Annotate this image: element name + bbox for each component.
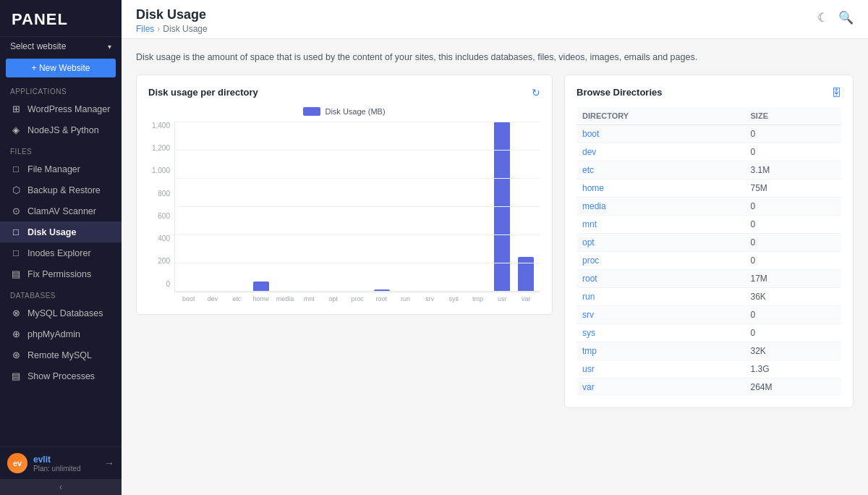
panels-row: Disk usage per directory ↻ Disk Usage (M… <box>136 75 854 408</box>
sidebar-item-backup-restore[interactable]: ⬡ Backup & Restore <box>0 179 122 200</box>
bar-wrap <box>394 122 417 292</box>
wordpress-icon: ⊞ <box>10 103 22 114</box>
dir-link[interactable]: proc <box>582 255 599 266</box>
sidebar-item-label: MySQL Databases <box>27 308 103 318</box>
dir-link[interactable]: boot <box>582 129 599 139</box>
dir-size: 264M <box>745 378 841 396</box>
sidebar-item-disk-usage[interactable]: □ Disk Usage <box>0 221 122 242</box>
header-left: Disk Usage Files › Disk Usage <box>136 7 208 34</box>
breadcrumb: Files › Disk Usage <box>136 24 208 34</box>
sidebar-item-phpmyadmin[interactable]: ⊕ phpMyAdmin <box>0 323 122 344</box>
footer-username: evlit <box>33 454 98 465</box>
chart-refresh-icon[interactable]: ↻ <box>532 87 540 98</box>
mysql-icon: ⊗ <box>10 308 22 318</box>
bar-wrap <box>250 122 273 292</box>
dir-link[interactable]: root <box>582 274 597 284</box>
dir-size: 0 <box>745 124 841 143</box>
table-row: dev0 <box>576 143 841 161</box>
x-axis-label: sys <box>443 295 465 302</box>
sidebar-item-wordpress[interactable]: ⊞ WordPress Manager <box>0 98 122 119</box>
select-website-dropdown[interactable]: Select website ▾ <box>0 36 122 56</box>
sidebar-item-label: ClamAV Scanner <box>27 206 96 216</box>
sidebar-item-remote-mysql[interactable]: ⊛ Remote MySQL <box>0 344 122 365</box>
bar-wrap <box>226 122 249 292</box>
chart-panel-header: Disk usage per directory ↻ <box>148 87 540 98</box>
inodes-icon: □ <box>10 248 22 258</box>
sidebar-item-label: Remote MySQL <box>27 350 92 360</box>
bar <box>302 291 318 292</box>
x-axis-label: root <box>370 295 393 302</box>
sidebar-item-label: Backup & Restore <box>27 185 101 195</box>
sidebar-item-label: Disk Usage <box>27 227 76 237</box>
select-website-label: Select website <box>10 41 66 51</box>
bar <box>446 291 462 292</box>
dir-link[interactable]: sys <box>582 328 595 338</box>
x-axis-label: srv <box>418 295 441 302</box>
sidebar-footer: ev evlit Plan: unlimited → <box>0 447 122 479</box>
dark-mode-icon[interactable]: ☾ <box>817 10 828 25</box>
dir-size: 75M <box>745 179 841 197</box>
sidebar-item-label: NodeJS & Python <box>27 125 99 135</box>
col-size: SIZE <box>745 107 841 125</box>
sidebar-item-show-processes[interactable]: ▤ Show Processes <box>0 365 122 386</box>
sidebar-collapse-button[interactable]: ‹ <box>0 479 122 495</box>
dir-link[interactable]: etc <box>582 165 594 175</box>
search-icon[interactable]: 🔍 <box>838 10 854 25</box>
sidebar-item-clamav[interactable]: ⊙ ClamAV Scanner <box>0 200 122 221</box>
section-label-files: Files <box>0 140 122 158</box>
x-axis-label: mnt <box>298 295 320 302</box>
bar-wrap <box>370 122 393 292</box>
dir-link[interactable]: var <box>582 382 595 392</box>
dir-size: 0 <box>745 143 841 161</box>
bar <box>253 282 269 292</box>
sidebar-item-label: WordPress Manager <box>27 104 110 114</box>
section-label-databases: Databases <box>0 284 122 302</box>
bar <box>494 122 510 292</box>
dir-link[interactable]: home <box>582 183 604 193</box>
bar-wrap <box>323 122 345 292</box>
new-website-button[interactable]: + New Website <box>6 59 116 77</box>
y-axis-label: 1,000 <box>152 166 170 174</box>
logout-icon[interactable]: → <box>104 457 114 469</box>
dir-panel: Browse Directories 🗄 DIRECTORY SIZE boot… <box>564 75 854 408</box>
sidebar-item-file-manager[interactable]: □ File Manager <box>0 158 122 179</box>
bar-wrap <box>467 122 489 292</box>
y-axis-label: 1,400 <box>152 122 170 130</box>
x-axis-label: tmp <box>467 295 489 302</box>
dir-size: 1.3G <box>745 360 841 378</box>
dir-size: 0 <box>745 215 841 233</box>
app-logo: PANEL <box>0 0 122 36</box>
breadcrumb-parent[interactable]: Files <box>136 24 154 34</box>
dir-size: 0 <box>745 323 841 342</box>
dir-link[interactable]: srv <box>582 310 594 320</box>
avatar: ev <box>7 453 27 473</box>
bar-wrap <box>515 122 537 292</box>
sidebar-item-fix-permissions[interactable]: ▤ Fix Permissions <box>0 263 122 284</box>
sidebar-item-inodes[interactable]: □ Inodes Explorer <box>0 242 122 263</box>
bar <box>229 291 245 292</box>
table-row: usr1.3G <box>576 360 841 378</box>
clamav-icon: ⊙ <box>10 206 22 216</box>
dir-link[interactable]: run <box>582 292 595 302</box>
sidebar-item-mysql[interactable]: ⊗ MySQL Databases <box>0 302 122 323</box>
y-axis-label: 0 <box>166 280 170 288</box>
file-manager-icon: □ <box>10 164 22 174</box>
sidebar-item-nodejs[interactable]: ◈ NodeJS & Python <box>0 119 122 140</box>
fix-perms-icon: ▤ <box>10 268 22 279</box>
dir-table: DIRECTORY SIZE boot0dev0etc3.1Mhome75Mme… <box>576 107 841 396</box>
dir-link[interactable]: media <box>582 201 606 211</box>
dir-link[interactable]: opt <box>582 237 595 248</box>
x-labels: bootdevetchomemediamntoptprocrootrunsrvs… <box>174 292 540 302</box>
content-area: Disk usage is the amount of space that i… <box>122 39 868 495</box>
x-axis-label: home <box>250 295 272 302</box>
nodejs-icon: ◈ <box>10 124 22 135</box>
x-axis-label: dev <box>201 295 224 302</box>
dir-link[interactable]: tmp <box>582 346 597 356</box>
remote-mysql-icon: ⊛ <box>10 350 22 360</box>
chart-legend: Disk Usage (MB) <box>148 107 540 116</box>
dir-link[interactable]: mnt <box>582 219 597 229</box>
dir-link[interactable]: usr <box>582 364 595 374</box>
y-axis-label: 800 <box>158 190 170 198</box>
dir-size: 17M <box>745 269 841 287</box>
dir-link[interactable]: dev <box>582 147 596 157</box>
